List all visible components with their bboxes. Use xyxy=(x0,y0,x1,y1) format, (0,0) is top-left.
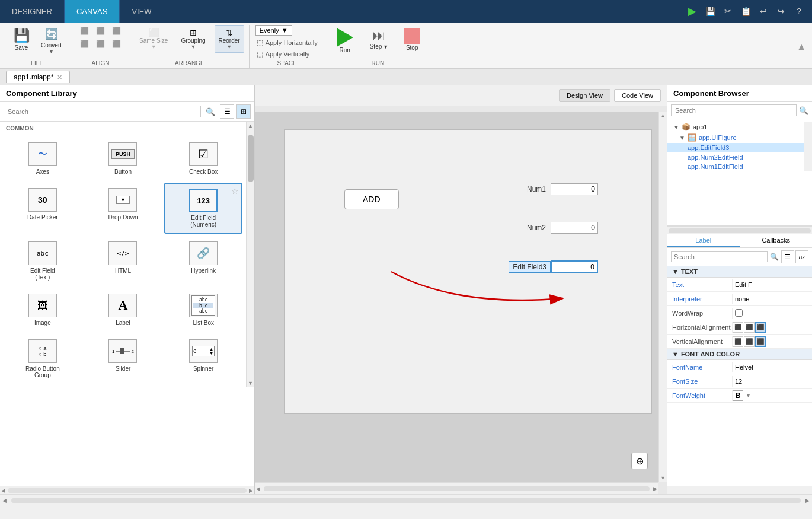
tab-view[interactable]: VIEW xyxy=(120,0,164,23)
prop-az-view-btn[interactable]: az xyxy=(795,250,808,263)
component-button[interactable]: PUSH Button xyxy=(84,137,162,180)
component-editfield-numeric[interactable]: ☆ 123 Edit Field(Numeric) xyxy=(164,183,242,234)
align-middle-button[interactable]: ⬛ xyxy=(93,38,108,50)
properties-search-input[interactable] xyxy=(671,251,768,262)
save-icon-top[interactable]: 💾 xyxy=(703,4,717,18)
scroll-up-arrow[interactable]: ▲ xyxy=(248,123,253,129)
properties-search-icon[interactable]: 🔍 xyxy=(770,253,779,261)
bottom-scroll-right[interactable]: ▶ xyxy=(803,498,812,504)
doc-tab-app1[interactable]: app1.mlapp* ✕ xyxy=(6,71,70,83)
ribbon-expand-btn[interactable]: ▲ xyxy=(797,25,808,68)
help-icon[interactable]: ? xyxy=(792,4,806,18)
run-icon-top[interactable]: ▶ xyxy=(685,4,699,18)
component-label[interactable]: A Label xyxy=(84,288,162,332)
library-scrollbar[interactable]: ▲ ▼ xyxy=(246,122,254,387)
component-axes[interactable]: 〜 Axes xyxy=(4,137,82,180)
bottom-scroll-left[interactable]: ◀ xyxy=(0,498,9,504)
prop-list-view-btn[interactable]: ☰ xyxy=(781,250,794,263)
add-button[interactable]: ADD xyxy=(344,189,399,209)
component-dropdown[interactable]: ▼ Drop Down xyxy=(84,183,162,234)
reorder-button[interactable]: ⇅ Reorder ▼ xyxy=(215,25,244,53)
valign-top-btn[interactable]: ⬛ xyxy=(733,336,743,347)
zoom-button[interactable]: ⊕ xyxy=(631,453,648,469)
component-hyperlink[interactable]: 🔗 Hyperlink xyxy=(164,236,242,286)
tree-scrollbar[interactable] xyxy=(804,122,812,171)
align-center-h-button[interactable]: ⬛ xyxy=(93,25,108,37)
align-left-button[interactable]: ⬛ xyxy=(77,25,92,37)
copy-icon[interactable]: 📋 xyxy=(739,4,753,18)
prop-value-text[interactable]: Edit F xyxy=(733,280,812,289)
canvas-scroll-right[interactable]: ▶ xyxy=(652,486,658,492)
scroll-right-arrow[interactable]: ▶ xyxy=(248,488,254,493)
align-top-button[interactable]: ⬛ xyxy=(77,38,92,50)
canvas-scrollbar-v[interactable]: ▲ ▼ xyxy=(658,112,667,482)
halign-center-btn[interactable]: ⬛ xyxy=(744,322,755,333)
component-editfield-text[interactable]: abc Edit Field(Text) xyxy=(4,236,82,286)
tree-item-app1[interactable]: ▼ 📦 app1 xyxy=(667,122,804,132)
bold-button[interactable]: B xyxy=(733,390,743,401)
scroll-left-arrow[interactable]: ◀ xyxy=(0,488,7,493)
prop-value-fontsize[interactable]: 12 xyxy=(733,377,812,386)
tree-item-editfield3[interactable]: app.EditField3 xyxy=(667,143,804,152)
undo-icon[interactable]: ↩ xyxy=(756,4,771,18)
tab-canvas[interactable]: CANVAS xyxy=(65,0,120,23)
prop-section-fontcolor[interactable]: ▼ FONT AND COLOR xyxy=(667,349,812,360)
evenly-dropdown[interactable]: Evenly ▼ xyxy=(255,25,292,36)
component-listbox[interactable]: abc b c abc List Box xyxy=(164,288,242,332)
num2-field[interactable]: 0 xyxy=(551,222,598,234)
library-scroll-h[interactable]: ◀ ▶ xyxy=(0,486,254,494)
browser-tree-scroll-h[interactable] xyxy=(667,226,812,234)
halign-right-btn[interactable]: ⬛ xyxy=(755,322,766,333)
tab-designer[interactable]: DESIGNER xyxy=(0,0,65,23)
apply-vertically-button[interactable]: ⬚ Apply Vertically xyxy=(255,49,319,59)
component-datepicker[interactable]: 30 Date Picker xyxy=(4,183,82,234)
editfield3-field[interactable]: 0 xyxy=(551,260,598,273)
component-spinner[interactable]: 0▲▼ Spinner xyxy=(164,334,242,384)
same-size-button[interactable]: ⬜ Same Size ▼ xyxy=(135,25,172,53)
grid-view-button[interactable]: ⊞ xyxy=(236,104,251,119)
component-image[interactable]: 🖼 Image xyxy=(4,288,82,332)
component-slider[interactable]: 12 Slider xyxy=(84,334,162,384)
scissors-icon[interactable]: ✂ xyxy=(721,4,735,18)
component-radiogroup[interactable]: ○ a○ b Radio ButtonGroup xyxy=(4,334,82,384)
prop-section-text[interactable]: ▼ TEXT xyxy=(667,266,812,278)
canvas-scrollbar-h[interactable]: ◀ ▶ xyxy=(255,482,658,494)
design-view-button[interactable]: Design View xyxy=(559,89,610,102)
library-search-icon[interactable]: 🔍 xyxy=(203,104,218,119)
halign-left-btn[interactable]: ⬛ xyxy=(733,322,743,333)
canvas-scroll-up[interactable]: ▲ xyxy=(660,113,666,119)
browser-scroll-h[interactable] xyxy=(667,486,812,494)
component-html[interactable]: </> HTML xyxy=(84,236,162,286)
fontweight-expand[interactable]: ▼ xyxy=(746,393,751,399)
code-view-button[interactable]: Code View xyxy=(614,89,661,102)
tab-label[interactable]: Label xyxy=(667,234,740,247)
valign-middle-btn[interactable]: ⬛ xyxy=(744,336,755,347)
wordwrap-checkbox[interactable] xyxy=(735,309,743,317)
redo-icon[interactable]: ↪ xyxy=(774,4,788,18)
num1-field[interactable]: 0 xyxy=(551,183,598,195)
tree-item-uifigure[interactable]: ▼ 🪟 app.UIFigure xyxy=(667,132,804,143)
tab-callbacks[interactable]: Callbacks xyxy=(740,234,813,247)
step-button[interactable]: ⏭ Step ▼ xyxy=(365,25,394,53)
valign-bottom-btn[interactable]: ⬛ xyxy=(755,336,766,347)
apply-horizontally-button[interactable]: ⬚ Apply Horizontally xyxy=(255,38,319,47)
run-button[interactable]: Run xyxy=(330,25,360,56)
convert-button[interactable]: 🔄 Convert ▼ xyxy=(37,25,66,58)
list-view-button[interactable]: ☰ xyxy=(220,104,234,119)
scroll-down-arrow[interactable]: ▼ xyxy=(248,380,253,386)
tree-item-num2editfield[interactable]: app.Num2EditField xyxy=(667,152,804,162)
browser-search-input[interactable] xyxy=(671,104,797,116)
tree-item-num1editfield[interactable]: app.Num1EditField xyxy=(667,162,804,171)
canvas-scroll-left[interactable]: ◀ xyxy=(255,486,261,492)
canvas-scroll-down[interactable]: ▼ xyxy=(660,475,666,481)
prop-value-interpreter[interactable]: none xyxy=(733,294,812,304)
doc-tab-close[interactable]: ✕ xyxy=(57,74,62,81)
align-right-button[interactable]: ⬛ xyxy=(109,25,124,37)
grouping-button[interactable]: ⊞ Grouping ▼ xyxy=(177,25,209,53)
component-checkbox[interactable]: ☑ Check Box xyxy=(164,137,242,180)
align-bottom-button[interactable]: ⬛ xyxy=(109,38,124,50)
library-search-input[interactable] xyxy=(4,106,201,117)
prop-value-fontname[interactable]: Helvet xyxy=(733,362,812,372)
stop-button[interactable]: Stop xyxy=(398,25,426,54)
browser-search-icon[interactable]: 🔍 xyxy=(799,106,808,115)
